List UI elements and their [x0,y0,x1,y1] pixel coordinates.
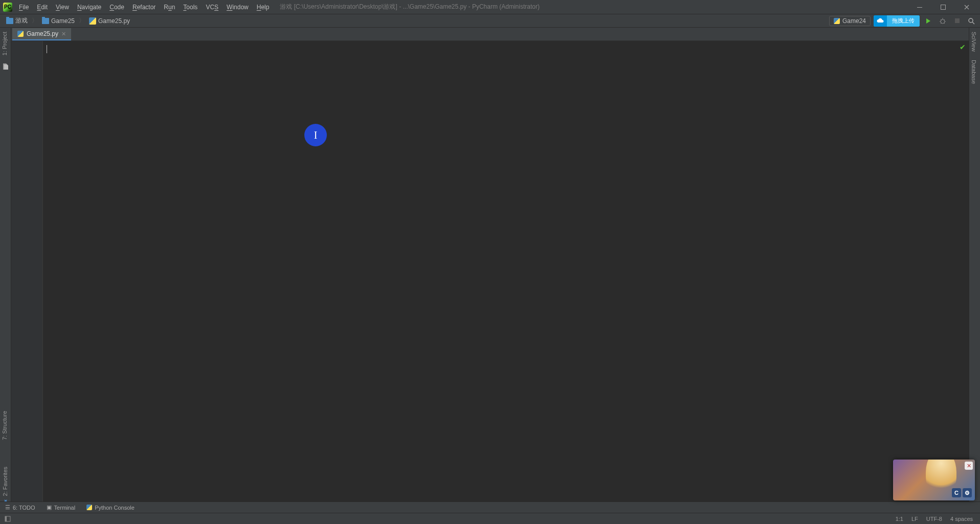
run-config-label: Game24 [842,17,866,25]
todo-label: 6: TODO [13,505,35,511]
menu-edit[interactable]: Edit [33,2,51,12]
search-everywhere-button[interactable] [966,15,977,27]
run-button[interactable] [923,15,934,27]
widget-badges: C ⚙ [952,488,972,497]
title-bar: PC File Edit View Navigate Code Refactor… [0,0,980,14]
terminal-tool-tab[interactable]: ▣ Terminal [47,504,76,511]
database-tool-tab[interactable]: Database [969,56,978,88]
terminal-icon: ▣ [47,504,52,511]
breadcrumb-file[interactable]: Game25.py [86,16,133,26]
text-caret [47,45,47,53]
code-editor[interactable]: ✔ [43,41,969,501]
project-tool-label: 1: Project [2,32,8,55]
menu-navigate[interactable]: Navigate [74,2,105,12]
status-bar: 1:1 LF UTF-8 4 spaces [0,513,980,524]
status-right: 1:1 LF UTF-8 4 spaces [896,516,976,522]
cloud-icon [874,15,887,27]
run-configuration-selector[interactable]: Game24 [829,16,871,26]
files-icon[interactable] [2,62,10,71]
close-tab-icon[interactable]: ✕ [61,31,66,37]
sciview-tool-label: SciView [971,32,977,52]
menu-file-rest: ile [23,4,29,11]
breadcrumb-folder-label: Game25 [51,17,75,25]
left-tool-strip: 1: Project 7: Structure ★ 2: Favorites [0,28,11,511]
folder-icon [6,18,13,24]
menu-view[interactable]: View [52,2,73,12]
window-controls [914,2,978,12]
bottom-tool-tabs: ☰ 6: TODO ▣ Terminal Python Console [0,501,980,513]
database-tool-label: Database [971,60,977,84]
svg-rect-1 [941,5,946,9]
breadcrumb-root[interactable]: 游戏 [3,15,31,26]
python-file-icon [17,31,24,37]
python-console-label: Python Console [95,505,135,511]
widget-badge-1[interactable]: C [952,488,961,497]
sciview-tool-tab[interactable]: SciView [969,28,978,56]
python-file-icon [89,17,96,25]
file-encoding[interactable]: UTF-8 [926,516,942,522]
breadcrumb-file-label: Game25.py [98,17,130,25]
maximize-button[interactable] [937,2,949,12]
search-icon [968,17,975,25]
line-separator[interactable]: LF [911,516,918,522]
breadcrumb-folder[interactable]: Game25 [39,16,78,26]
todo-tool-tab[interactable]: ☰ 6: TODO [5,504,35,511]
widget-close-icon[interactable]: ✕ [965,462,973,470]
svg-point-3 [969,18,973,23]
pycharm-app-icon: PC [3,3,12,12]
cloud-upload-widget[interactable]: 拖拽上传 [874,15,920,27]
widget-badge-2[interactable]: ⚙ [963,488,972,497]
indent-setting[interactable]: 4 spaces [950,516,973,522]
stop-icon [955,18,960,23]
menu-run[interactable]: Run [160,2,179,12]
navigation-bar: 游戏 〉 Game25 〉 Game25.py Game24 拖拽上传 [0,14,980,28]
menu-vcs[interactable]: VCS [202,2,222,12]
editor-gutter[interactable] [11,41,43,501]
stop-button[interactable] [951,15,963,27]
structure-tool-label: 7: Structure [2,411,8,440]
structure-tool-tab[interactable]: 7: Structure [0,407,9,444]
python-console-tool-tab[interactable]: Python Console [86,505,135,511]
favorites-tool-label: 2: Favorites [2,467,8,496]
project-tool-tab[interactable]: 1: Project [0,28,9,59]
editor-tab-active[interactable]: Game25.py ✕ [12,28,71,40]
python-icon [86,505,92,510]
menu-help[interactable]: Help [253,2,273,12]
menu-window[interactable]: Window [223,2,252,12]
cursor-position[interactable]: 1:1 [896,516,903,522]
menu-file[interactable]: File [15,2,32,12]
bug-icon [939,17,946,25]
svg-rect-0 [917,7,922,8]
terminal-label: Terminal [54,505,76,511]
right-tool-strip: SciView Database [969,28,980,511]
cursor-indicator-overlay: I [304,124,327,146]
close-button[interactable] [961,2,973,12]
editor-tab-label: Game25.py [27,30,58,37]
editor-area: ✔ [11,41,969,501]
minimize-button[interactable] [914,2,926,12]
breadcrumb-separator-icon: 〉 [79,16,85,25]
list-icon: ☰ [5,504,10,511]
toolbar-right: Game24 拖拽上传 [829,15,977,27]
floating-character-widget[interactable]: ✕ C ⚙ [893,460,975,500]
window-title: 游戏 [C:\Users\Administrator\Desktop\游戏] -… [280,3,539,11]
debug-button[interactable] [937,15,948,27]
cloud-upload-label: 拖拽上传 [887,15,920,27]
menu-refactor[interactable]: Refactor [129,2,159,12]
menu-code[interactable]: Code [106,2,128,12]
python-file-icon [834,18,840,24]
inspection-ok-icon[interactable]: ✔ [960,43,966,51]
play-icon [926,18,930,24]
breadcrumb-root-label: 游戏 [15,16,28,25]
svg-rect-5 [5,516,7,521]
editor-tabs: Game25.py ✕ [0,28,980,41]
breadcrumb-separator-icon: 〉 [32,16,38,25]
menu-tools[interactable]: Tools [180,2,201,12]
main-menu: File Edit View Navigate Code Refactor Ru… [15,2,273,12]
tool-windows-toggle-icon[interactable] [4,515,11,522]
folder-icon [42,18,49,24]
